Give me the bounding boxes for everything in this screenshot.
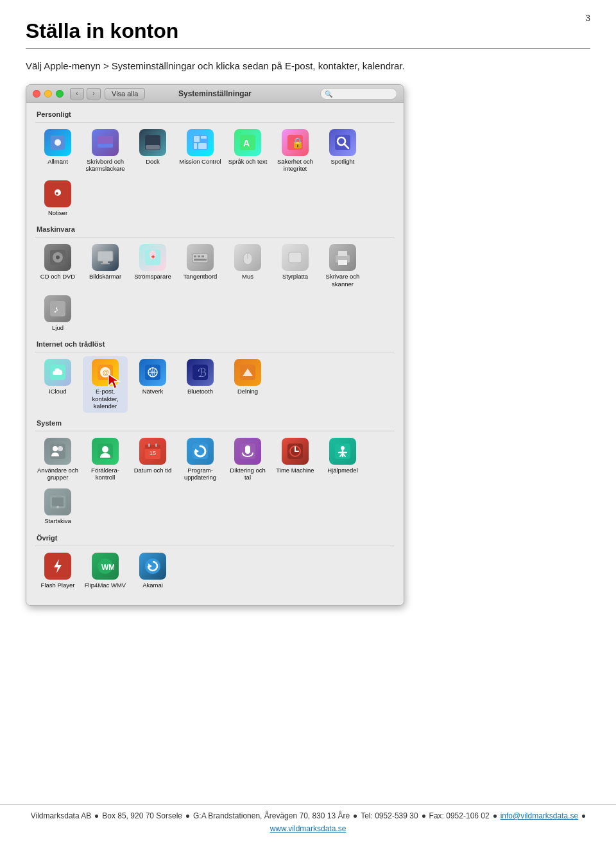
maximize-button[interactable] (56, 90, 64, 98)
window-title: Systeminställningar (178, 89, 252, 98)
visa-alla-button[interactable]: Visa alla (105, 88, 145, 99)
icon-item-allmant[interactable]: Allmänt (35, 126, 80, 175)
natverk-label: Nätverk (142, 388, 164, 395)
icon-item-strom[interactable]: ✦ Ström­sparare (130, 241, 175, 290)
icon-item-dock[interactable]: Dock (130, 126, 175, 175)
notiser-label: Notiser (48, 209, 67, 216)
icon-item-delning[interactable]: Delning (225, 356, 270, 412)
hjalpmedel-icon (329, 438, 356, 465)
icon-item-sprak[interactable]: A Språk och text (225, 126, 270, 175)
icon-item-notiser[interactable]: ● Notiser (35, 178, 80, 219)
mission-label: Mission Control (179, 158, 221, 165)
svg-text:WM: WM (101, 563, 114, 572)
icon-item-ljud[interactable]: ♪ Ljud (35, 293, 80, 334)
section-label-personligt: Personligt (35, 110, 395, 118)
flash-label: Flash Player (41, 582, 75, 589)
nav-forward-button[interactable]: › (87, 88, 101, 99)
icon-item-timemachine[interactable]: Time Machine (273, 435, 318, 484)
tangent-label: Tangentbord (184, 273, 218, 280)
icon-item-program[interactable]: Program­uppdatering (178, 435, 223, 484)
sprak-icon: A (234, 129, 261, 156)
foraldra-icon (92, 438, 119, 465)
svg-rect-37 (289, 252, 302, 263)
mac-window: ‹ › Visa alla Systeminställningar 🔍 Pers… (26, 84, 404, 606)
allmant-icon (44, 129, 71, 156)
startskiva-icon (44, 488, 71, 515)
icon-item-natverk[interactable]: Nätverk (130, 356, 175, 412)
mus-icon (234, 244, 261, 271)
svg-text:🔒: 🔒 (291, 137, 304, 149)
section-personligt: Personligt Allmänt Skrivbord och skärmsl… (35, 110, 395, 219)
section-icons-maskinvara: CD och DVD Bildskärmar ✦ Ström­sparare (35, 241, 395, 334)
icon-item-sakerhet[interactable]: 🔒 Säkerhet och integritet (273, 126, 318, 175)
flash-icon (44, 553, 71, 580)
flip4mac-label: Flip4Mac WMV (85, 582, 126, 589)
icon-item-styrplatta[interactable]: Styrplatta (273, 241, 318, 290)
bildskarm-label: Bildskärmar (89, 273, 121, 280)
cd-icon (44, 244, 71, 271)
footer-address1: Box 85, 920 70 Sorsele (102, 811, 182, 820)
icloud-icon (44, 359, 71, 386)
subtitle-text: Välj Apple-menyn > Systeminställningar o… (26, 60, 590, 71)
icon-item-hjalpmedel[interactable]: Hjälpmedel (320, 435, 365, 484)
epost-label: E-post, kontakter, kalender (84, 388, 126, 410)
icon-item-skrivare[interactable]: Skrivare och skanner (320, 241, 365, 290)
footer-website[interactable]: www.vildmarksdata.se (270, 824, 346, 833)
icon-item-flash[interactable]: Flash Player (35, 550, 80, 591)
strom-icon: ✦ (139, 244, 166, 271)
akamai-icon (139, 553, 166, 580)
footer-address2: G:A Brandstationen, Årevägen 70, 830 13 … (193, 811, 350, 820)
icon-item-anvandare[interactable]: Användare och grupper (35, 435, 80, 484)
svg-rect-24 (98, 251, 113, 261)
icon-item-akamai[interactable]: Akamai (130, 550, 175, 591)
minimize-button[interactable] (44, 90, 52, 98)
icon-item-icloud[interactable]: iCloud (35, 356, 80, 412)
section-divider-personligt (35, 122, 395, 123)
skrivbord-icon (92, 129, 119, 156)
icon-item-startskiva[interactable]: Startskiva (35, 486, 80, 527)
footer-email[interactable]: info@vildmarksdata.se (501, 811, 579, 820)
svg-point-1 (55, 139, 61, 146)
footer-bullet1 (95, 815, 98, 818)
svg-rect-63 (155, 444, 157, 447)
close-button[interactable] (33, 90, 40, 98)
icon-item-datum[interactable]: 15 Datum och tid (130, 435, 175, 484)
diktering-icon (234, 438, 261, 465)
icon-item-skrivbord[interactable]: Skrivbord och skärmsläckare (83, 126, 128, 175)
svg-rect-30 (193, 254, 208, 263)
svg-rect-33 (201, 255, 204, 257)
icon-item-cd[interactable]: CD och DVD (35, 241, 80, 290)
section-maskinvara: Maskinvara CD och DVD Bildskärmar (35, 225, 395, 334)
svg-rect-31 (194, 255, 196, 257)
icon-item-bildskarm[interactable]: Bildskärmar (83, 241, 128, 290)
icon-item-tangent[interactable]: Tangentbord (178, 241, 223, 290)
icon-item-spotlight[interactable]: Spotlight (320, 126, 365, 175)
nav-back-button[interactable]: ‹ (70, 88, 84, 99)
icloud-label: iCloud (49, 388, 67, 395)
icon-item-epost[interactable]: @ E-post, kontakter, kalender (83, 356, 128, 412)
timemachine-icon (282, 438, 309, 465)
skrivare-label: Skrivare och skanner (321, 273, 364, 288)
icon-item-diktering[interactable]: Diktering och tal (225, 435, 270, 484)
svg-point-57 (58, 446, 63, 451)
svg-point-23 (56, 255, 60, 259)
footer-bullet2 (186, 815, 189, 818)
ljud-icon: ♪ (44, 295, 71, 322)
icon-item-flip4mac[interactable]: WM Flip4Mac WMV (83, 550, 128, 591)
dock-icon (139, 129, 166, 156)
svg-rect-80 (52, 497, 64, 506)
icon-item-mus[interactable]: Mus (225, 241, 270, 290)
icon-item-foraldra[interactable]: Föräldera­kontroll (83, 435, 128, 484)
svg-rect-34 (194, 259, 207, 261)
icon-item-mission[interactable]: Mission Control (178, 126, 223, 175)
icon-item-bluetooth[interactable]: ℬ Bluetooth (178, 356, 223, 412)
svg-rect-8 (201, 136, 207, 139)
svg-rect-25 (103, 261, 108, 263)
footer-bullet4 (422, 815, 425, 818)
footer-company: Vildmarksdata AB (31, 811, 92, 820)
search-box[interactable]: 🔍 (320, 88, 397, 99)
footer-bullet5 (493, 815, 497, 818)
svg-text:♪: ♪ (53, 304, 58, 315)
section-divider-ovrigt (35, 546, 395, 546)
anvandare-icon (44, 438, 71, 465)
